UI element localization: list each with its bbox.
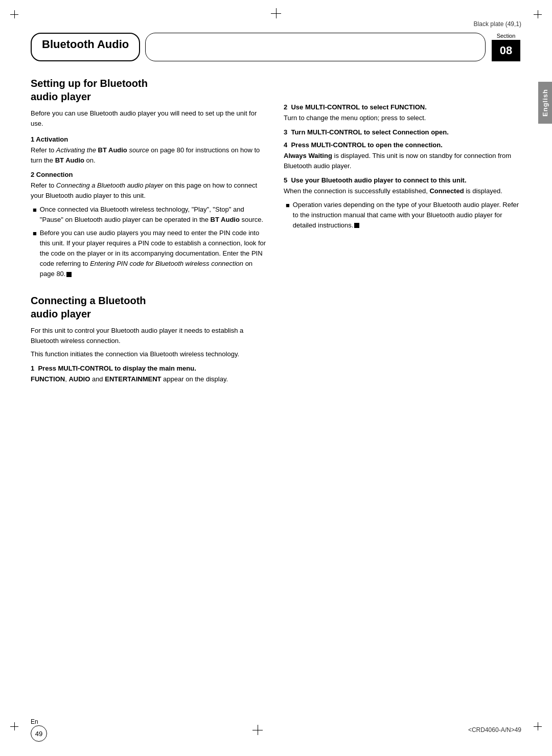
bullet-item-1: ■ Once connected via Bluetooth wireless … bbox=[31, 204, 268, 225]
connecting-intro-2: This function initiates the connection v… bbox=[31, 349, 268, 359]
section-number: 08 bbox=[492, 40, 520, 61]
step2-heading: 2 Use MULTI-CONTROL to select FUNCTION. bbox=[284, 103, 521, 111]
connection-heading: 2 Connection bbox=[31, 171, 268, 178]
title-row: Bluetooth Audio Section 08 bbox=[31, 33, 521, 61]
step5-body-1: When the connection is successfully esta… bbox=[284, 186, 521, 196]
activation-heading: 1 Activation bbox=[31, 135, 268, 143]
title-center-box bbox=[145, 33, 486, 61]
step4-body: Always Waiting is displayed. This unit i… bbox=[284, 151, 521, 171]
setting-intro: Before you can use Bluetooth audio playe… bbox=[31, 108, 268, 128]
connecting-section: Connecting a Bluetooth audio player For … bbox=[31, 294, 268, 385]
catalog-number: <CRD4060-A/N>49 bbox=[468, 726, 521, 734]
step1-body: FUNCTION, AUDIO and ENTERTAINMENT appear… bbox=[31, 374, 268, 384]
bullet-symbol-1: ■ bbox=[33, 205, 37, 225]
header-area: Black plate (49,1) bbox=[31, 20, 521, 28]
plate-text: Black plate (49,1) bbox=[474, 20, 521, 28]
section-badge: Section 08 bbox=[491, 33, 521, 61]
connection-body: Refer to Connecting a Bluetooth audio pl… bbox=[31, 180, 268, 201]
bullet-symbol-3: ■ bbox=[286, 200, 290, 231]
footer-en-label: En 49 bbox=[31, 718, 47, 742]
corner-mark-top-right bbox=[534, 10, 542, 18]
end-mark-2 bbox=[354, 223, 359, 228]
english-tab: English bbox=[538, 82, 552, 124]
footer-page-number: 49 bbox=[31, 725, 47, 742]
section-label-text: Section bbox=[497, 33, 516, 39]
bluetooth-audio-title: Bluetooth Audio bbox=[31, 33, 140, 61]
bullet-text-2: Before you can use audio players you may… bbox=[40, 228, 268, 280]
step5-bullet: ■ Operation varies depending on the type… bbox=[284, 200, 521, 231]
crosshair-top-center bbox=[271, 8, 281, 18]
footer: En 49 <CRD4060-A/N>49 bbox=[0, 718, 552, 742]
setting-heading: Setting up for Bluetooth audio player bbox=[31, 77, 268, 103]
step5-bullet-text: Operation varies depending on the type o… bbox=[293, 200, 521, 231]
step4-heading: 4 Press MULTI-CONTROL to open the connec… bbox=[284, 141, 521, 149]
connecting-intro-1: For this unit to control your Bluetooth … bbox=[31, 326, 268, 346]
corner-mark-top-left bbox=[10, 10, 18, 18]
activation-body: Refer to Activating the BT Audio source … bbox=[31, 145, 268, 166]
left-column: Setting up for Bluetooth audio player Be… bbox=[31, 77, 268, 387]
step5-heading: 5 Use your Bluetooth audio player to con… bbox=[284, 176, 521, 184]
bullet-item-2: ■ Before you can use audio players you m… bbox=[31, 228, 268, 280]
step3-heading: 3 Turn MULTI-CONTROL to select Connectio… bbox=[284, 128, 521, 136]
main-content-area: Setting up for Bluetooth audio player Be… bbox=[31, 77, 521, 387]
bullet-text-1: Once connected via Bluetooth wireless te… bbox=[40, 204, 268, 225]
connecting-heading: Connecting a Bluetooth audio player bbox=[31, 294, 268, 320]
right-column: 2 Use MULTI-CONTROL to select FUNCTION. … bbox=[284, 77, 521, 387]
end-mark-1 bbox=[66, 272, 72, 277]
setting-up-section: Setting up for Bluetooth audio player Be… bbox=[31, 77, 268, 280]
right-col-content: 2 Use MULTI-CONTROL to select FUNCTION. … bbox=[284, 103, 521, 231]
bullet-symbol-2: ■ bbox=[33, 228, 37, 280]
step1-heading: 1 Press MULTI-CONTROL to display the mai… bbox=[31, 364, 268, 372]
step2-body: Turn to change the menu option; press to… bbox=[284, 113, 521, 123]
crosshair-bottom-center bbox=[252, 725, 263, 735]
